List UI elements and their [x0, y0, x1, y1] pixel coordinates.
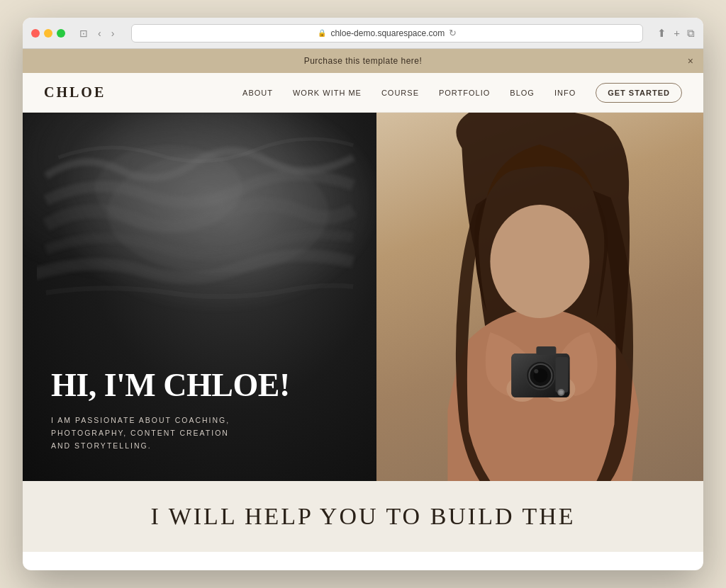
svg-rect-15: [556, 357, 569, 392]
navigation: CHLOE ABOUT WORK WITH ME COURSE PORTFOLI…: [23, 73, 703, 113]
url-text: chloe-demo.squarespace.com: [330, 28, 445, 38]
hero-images: HI, I'M CHLOE! I AM PASSIONATE ABOUT COA…: [23, 113, 703, 481]
traffic-lights: [31, 29, 65, 38]
browser-window: ⊡ ‹ › 🔒 chloe-demo.squarespace.com ↻ ⬆ +…: [23, 18, 703, 570]
nav-work-with-me[interactable]: WORK WITH ME: [293, 89, 362, 97]
announcement-bar: Purchase this template here! ×: [23, 49, 703, 73]
hero-left-panel: HI, I'M CHLOE! I AM PASSIONATE ABOUT COA…: [23, 113, 376, 481]
hero-subtext: I AM PASSIONATE ABOUT COACHING, PHOTOGRA…: [51, 414, 348, 453]
browser-chrome: ⊡ ‹ › 🔒 chloe-demo.squarespace.com ↻ ⬆ +…: [23, 18, 703, 49]
close-button[interactable]: [31, 29, 40, 38]
browser-actions: ⬆ + ⧉: [657, 27, 695, 40]
nav-about[interactable]: ABOUT: [242, 89, 273, 97]
svg-point-17: [559, 390, 564, 395]
share-icon[interactable]: ⬆: [657, 27, 666, 40]
svg-rect-8: [537, 346, 557, 355]
window-icon[interactable]: ⊡: [77, 26, 91, 40]
announcement-close-button[interactable]: ×: [688, 55, 693, 67]
website-content: Purchase this template here! × CHLOE ABO…: [23, 49, 703, 570]
back-button[interactable]: ‹: [95, 26, 104, 40]
svg-point-14: [535, 369, 539, 373]
lock-icon: 🔒: [318, 29, 326, 37]
announcement-text: Purchase this template here!: [304, 56, 423, 66]
hero-right-panel: [376, 113, 703, 481]
minimize-button[interactable]: [44, 29, 52, 38]
browser-controls: ⊡ ‹ ›: [77, 26, 117, 40]
forward-button[interactable]: ›: [108, 26, 118, 40]
hero-heading: HI, I'M CHLOE!: [51, 368, 348, 404]
site-logo[interactable]: CHLOE: [44, 84, 106, 101]
get-started-button[interactable]: GET STARTED: [596, 83, 682, 103]
address-bar[interactable]: 🔒 chloe-demo.squarespace.com ↻: [131, 24, 643, 43]
refresh-icon[interactable]: ↻: [449, 28, 457, 38]
nav-links: ABOUT WORK WITH ME COURSE PORTFOLIO BLOG…: [242, 83, 682, 103]
nav-course[interactable]: COURSE: [381, 89, 419, 97]
new-tab-icon[interactable]: +: [674, 27, 680, 39]
hero-section: HI, I'M CHLOE! I AM PASSIONATE ABOUT COA…: [23, 113, 703, 570]
hero-text-block: HI, I'M CHLOE! I AM PASSIONATE ABOUT COA…: [51, 368, 348, 453]
svg-point-3: [491, 205, 590, 318]
nav-blog[interactable]: BLOG: [510, 89, 535, 97]
nav-info[interactable]: INFO: [554, 89, 576, 97]
fullscreen-button[interactable]: [57, 29, 65, 38]
duplicate-icon[interactable]: ⧉: [687, 27, 695, 40]
nav-portfolio[interactable]: PORTFOLIO: [439, 89, 490, 97]
below-hero-text: I WILL HELP YOU TO BUILD THE: [151, 503, 576, 530]
below-hero-section: I WILL HELP YOU TO BUILD THE: [23, 481, 703, 552]
hero-waves-svg: [37, 127, 362, 311]
portrait-illustration: [376, 113, 703, 481]
